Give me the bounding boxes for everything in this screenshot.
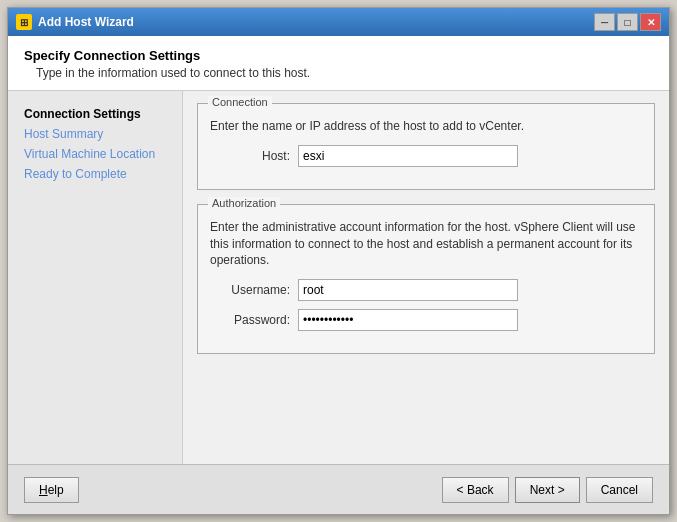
sidebar: Connection Settings Host Summary Virtual… (8, 91, 183, 464)
title-bar: ⊞ Add Host Wizard ─ □ ✕ (8, 8, 669, 36)
connection-group: Connection Enter the name or IP address … (197, 103, 655, 190)
host-label: Host: (210, 149, 290, 163)
maximize-button[interactable]: □ (617, 13, 638, 31)
minimize-button[interactable]: ─ (594, 13, 615, 31)
content-area: Connection Settings Host Summary Virtual… (8, 91, 669, 464)
password-field-row: Password: (210, 309, 642, 331)
window-title: Add Host Wizard (38, 15, 594, 29)
sidebar-item-host-summary[interactable]: Host Summary (20, 125, 170, 143)
next-button[interactable]: Next > (515, 477, 580, 503)
host-field-row: Host: (210, 145, 642, 167)
back-button[interactable]: < Back (442, 477, 509, 503)
page-main-title: Specify Connection Settings (24, 48, 653, 63)
username-label: Username: (210, 283, 290, 297)
footer: Help < Back Next > Cancel (8, 464, 669, 514)
authorization-group-title: Authorization (208, 197, 280, 209)
wizard-window: ⊞ Add Host Wizard ─ □ ✕ Specify Connecti… (7, 7, 670, 515)
sidebar-item-connection-settings: Connection Settings (20, 105, 170, 123)
close-button[interactable]: ✕ (640, 13, 661, 31)
help-button[interactable]: Help (24, 477, 79, 503)
password-input[interactable] (298, 309, 518, 331)
page-header: Specify Connection Settings Type in the … (8, 36, 669, 91)
authorization-description: Enter the administrative account informa… (210, 219, 642, 269)
authorization-group: Authorization Enter the administrative a… (197, 204, 655, 354)
help-label: elp (48, 483, 64, 497)
main-content: Connection Enter the name or IP address … (183, 91, 669, 464)
window-controls: ─ □ ✕ (594, 13, 661, 31)
cancel-button[interactable]: Cancel (586, 477, 653, 503)
sidebar-item-vm-location[interactable]: Virtual Machine Location (20, 145, 170, 163)
connection-description: Enter the name or IP address of the host… (210, 118, 642, 135)
footer-right: < Back Next > Cancel (442, 477, 653, 503)
footer-left: Help (24, 477, 442, 503)
username-field-row: Username: (210, 279, 642, 301)
password-label: Password: (210, 313, 290, 327)
sidebar-item-ready[interactable]: Ready to Complete (20, 165, 170, 183)
window-icon: ⊞ (16, 14, 32, 30)
connection-group-title: Connection (208, 96, 272, 108)
host-input[interactable] (298, 145, 518, 167)
page-sub-title: Type in the information used to connect … (36, 66, 653, 80)
username-input[interactable] (298, 279, 518, 301)
